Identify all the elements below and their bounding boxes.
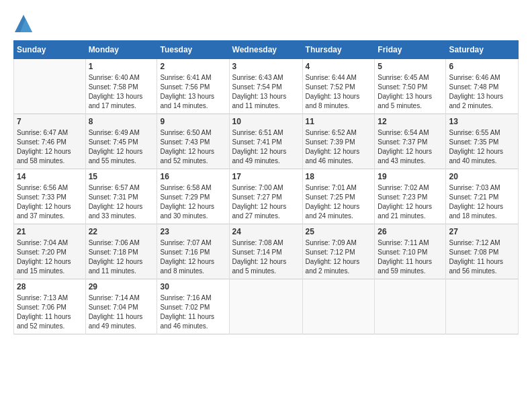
day-info: Sunrise: 7:16 AMSunset: 7:02 PMDaylight:… bbox=[160, 293, 226, 331]
day-number: 29 bbox=[89, 282, 154, 291]
day-info: Sunrise: 7:07 AMSunset: 7:16 PMDaylight:… bbox=[160, 238, 226, 276]
day-info: Sunrise: 6:41 AMSunset: 7:56 PMDaylight:… bbox=[160, 73, 226, 111]
calendar-cell: 24Sunrise: 7:08 AMSunset: 7:14 PMDayligh… bbox=[229, 224, 302, 279]
day-number: 27 bbox=[449, 227, 515, 236]
day-number: 25 bbox=[306, 227, 372, 236]
day-number: 4 bbox=[306, 62, 372, 71]
week-row-1: 7Sunrise: 6:47 AMSunset: 7:46 PMDaylight… bbox=[14, 114, 519, 169]
calendar-cell: 4Sunrise: 6:44 AMSunset: 7:52 PMDaylight… bbox=[302, 59, 375, 114]
calendar-cell: 26Sunrise: 7:11 AMSunset: 7:10 PMDayligh… bbox=[375, 224, 446, 279]
day-info: Sunrise: 7:09 AMSunset: 7:12 PMDaylight:… bbox=[306, 238, 372, 276]
day-info: Sunrise: 6:47 AMSunset: 7:46 PMDaylight:… bbox=[17, 128, 83, 166]
day-info: Sunrise: 6:50 AMSunset: 7:43 PMDaylight:… bbox=[160, 128, 226, 166]
calendar-cell bbox=[302, 279, 375, 334]
calendar-cell: 9Sunrise: 6:50 AMSunset: 7:43 PMDaylight… bbox=[157, 114, 229, 169]
day-info: Sunrise: 7:12 AMSunset: 7:08 PMDaylight:… bbox=[449, 238, 515, 276]
calendar-cell: 2Sunrise: 6:41 AMSunset: 7:56 PMDaylight… bbox=[157, 59, 229, 114]
calendar-table: SundayMondayTuesdayWednesdayThursdayFrid… bbox=[13, 40, 519, 334]
day-info: Sunrise: 6:52 AMSunset: 7:39 PMDaylight:… bbox=[306, 128, 372, 166]
calendar-cell bbox=[375, 279, 446, 334]
calendar-cell: 28Sunrise: 7:13 AMSunset: 7:06 PMDayligh… bbox=[14, 279, 86, 334]
day-info: Sunrise: 7:04 AMSunset: 7:20 PMDaylight:… bbox=[17, 238, 83, 276]
calendar-cell bbox=[229, 279, 302, 334]
calendar-cell: 20Sunrise: 7:03 AMSunset: 7:21 PMDayligh… bbox=[446, 169, 519, 224]
calendar-cell: 6Sunrise: 6:46 AMSunset: 7:48 PMDaylight… bbox=[446, 59, 519, 114]
calendar-cell: 30Sunrise: 7:16 AMSunset: 7:02 PMDayligh… bbox=[157, 279, 229, 334]
calendar-body: 1Sunrise: 6:40 AMSunset: 7:58 PMDaylight… bbox=[14, 59, 519, 334]
day-info: Sunrise: 7:13 AMSunset: 7:06 PMDaylight:… bbox=[17, 293, 83, 331]
day-number: 20 bbox=[449, 172, 515, 181]
day-number: 12 bbox=[378, 117, 443, 126]
day-number: 17 bbox=[232, 172, 300, 181]
logo bbox=[13, 13, 36, 34]
calendar-cell: 19Sunrise: 7:02 AMSunset: 7:23 PMDayligh… bbox=[375, 169, 446, 224]
day-number: 26 bbox=[378, 227, 443, 236]
day-number: 22 bbox=[89, 227, 154, 236]
calendar-cell: 25Sunrise: 7:09 AMSunset: 7:12 PMDayligh… bbox=[302, 224, 375, 279]
header-wednesday: Wednesday bbox=[229, 41, 302, 59]
header-tuesday: Tuesday bbox=[157, 41, 229, 59]
day-number: 30 bbox=[160, 282, 226, 291]
calendar-header: SundayMondayTuesdayWednesdayThursdayFrid… bbox=[14, 41, 519, 59]
day-number: 3 bbox=[232, 62, 300, 71]
day-info: Sunrise: 6:57 AMSunset: 7:31 PMDaylight:… bbox=[89, 183, 154, 221]
day-info: Sunrise: 6:49 AMSunset: 7:45 PMDaylight:… bbox=[89, 128, 154, 166]
day-info: Sunrise: 7:02 AMSunset: 7:23 PMDaylight:… bbox=[378, 183, 443, 221]
calendar-cell bbox=[14, 59, 86, 114]
calendar-cell: 10Sunrise: 6:51 AMSunset: 7:41 PMDayligh… bbox=[229, 114, 302, 169]
calendar-cell: 17Sunrise: 7:00 AMSunset: 7:27 PMDayligh… bbox=[229, 169, 302, 224]
calendar-cell: 18Sunrise: 7:01 AMSunset: 7:25 PMDayligh… bbox=[302, 169, 375, 224]
calendar-cell: 29Sunrise: 7:14 AMSunset: 7:04 PMDayligh… bbox=[85, 279, 157, 334]
day-info: Sunrise: 6:43 AMSunset: 7:54 PMDaylight:… bbox=[232, 73, 300, 111]
week-row-0: 1Sunrise: 6:40 AMSunset: 7:58 PMDaylight… bbox=[14, 59, 519, 114]
day-number: 18 bbox=[306, 172, 372, 181]
header-friday: Friday bbox=[375, 41, 446, 59]
header-sunday: Sunday bbox=[14, 41, 86, 59]
day-info: Sunrise: 7:01 AMSunset: 7:25 PMDaylight:… bbox=[306, 183, 372, 221]
day-info: Sunrise: 7:14 AMSunset: 7:04 PMDaylight:… bbox=[89, 293, 154, 331]
day-number: 14 bbox=[17, 172, 83, 181]
calendar-cell bbox=[446, 279, 519, 334]
day-number: 2 bbox=[160, 62, 226, 71]
day-info: Sunrise: 6:45 AMSunset: 7:50 PMDaylight:… bbox=[378, 73, 443, 111]
calendar-cell: 27Sunrise: 7:12 AMSunset: 7:08 PMDayligh… bbox=[446, 224, 519, 279]
day-number: 8 bbox=[89, 117, 154, 126]
calendar-cell: 7Sunrise: 6:47 AMSunset: 7:46 PMDaylight… bbox=[14, 114, 86, 169]
header-monday: Monday bbox=[85, 41, 157, 59]
calendar-cell: 12Sunrise: 6:54 AMSunset: 7:37 PMDayligh… bbox=[375, 114, 446, 169]
calendar-cell: 11Sunrise: 6:52 AMSunset: 7:39 PMDayligh… bbox=[302, 114, 375, 169]
calendar-cell: 8Sunrise: 6:49 AMSunset: 7:45 PMDaylight… bbox=[85, 114, 157, 169]
header-row: SundayMondayTuesdayWednesdayThursdayFrid… bbox=[14, 41, 519, 59]
calendar-cell: 23Sunrise: 7:07 AMSunset: 7:16 PMDayligh… bbox=[157, 224, 229, 279]
day-info: Sunrise: 7:00 AMSunset: 7:27 PMDaylight:… bbox=[232, 183, 300, 221]
day-number: 15 bbox=[89, 172, 154, 181]
day-number: 24 bbox=[232, 227, 300, 236]
logo-icon bbox=[13, 13, 34, 34]
day-number: 9 bbox=[160, 117, 226, 126]
day-number: 5 bbox=[378, 62, 443, 71]
week-row-3: 21Sunrise: 7:04 AMSunset: 7:20 PMDayligh… bbox=[14, 224, 519, 279]
day-info: Sunrise: 7:06 AMSunset: 7:18 PMDaylight:… bbox=[89, 238, 154, 276]
day-number: 19 bbox=[378, 172, 443, 181]
day-info: Sunrise: 6:51 AMSunset: 7:41 PMDaylight:… bbox=[232, 128, 300, 166]
calendar-cell: 21Sunrise: 7:04 AMSunset: 7:20 PMDayligh… bbox=[14, 224, 86, 279]
calendar-cell: 1Sunrise: 6:40 AMSunset: 7:58 PMDaylight… bbox=[85, 59, 157, 114]
day-info: Sunrise: 6:56 AMSunset: 7:33 PMDaylight:… bbox=[17, 183, 83, 221]
header-saturday: Saturday bbox=[446, 41, 519, 59]
day-number: 1 bbox=[89, 62, 154, 71]
calendar-cell: 3Sunrise: 6:43 AMSunset: 7:54 PMDaylight… bbox=[229, 59, 302, 114]
day-number: 7 bbox=[17, 117, 83, 126]
day-number: 11 bbox=[306, 117, 372, 126]
day-number: 28 bbox=[17, 282, 83, 291]
day-number: 6 bbox=[449, 62, 515, 71]
day-info: Sunrise: 7:11 AMSunset: 7:10 PMDaylight:… bbox=[378, 238, 443, 276]
day-info: Sunrise: 6:46 AMSunset: 7:48 PMDaylight:… bbox=[449, 73, 515, 111]
calendar-cell: 22Sunrise: 7:06 AMSunset: 7:18 PMDayligh… bbox=[85, 224, 157, 279]
calendar-cell: 15Sunrise: 6:57 AMSunset: 7:31 PMDayligh… bbox=[85, 169, 157, 224]
day-info: Sunrise: 6:54 AMSunset: 7:37 PMDaylight:… bbox=[378, 128, 443, 166]
day-info: Sunrise: 6:55 AMSunset: 7:35 PMDaylight:… bbox=[449, 128, 515, 166]
day-info: Sunrise: 6:40 AMSunset: 7:58 PMDaylight:… bbox=[89, 73, 154, 111]
calendar-cell: 16Sunrise: 6:58 AMSunset: 7:29 PMDayligh… bbox=[157, 169, 229, 224]
day-number: 21 bbox=[17, 227, 83, 236]
header-thursday: Thursday bbox=[302, 41, 375, 59]
